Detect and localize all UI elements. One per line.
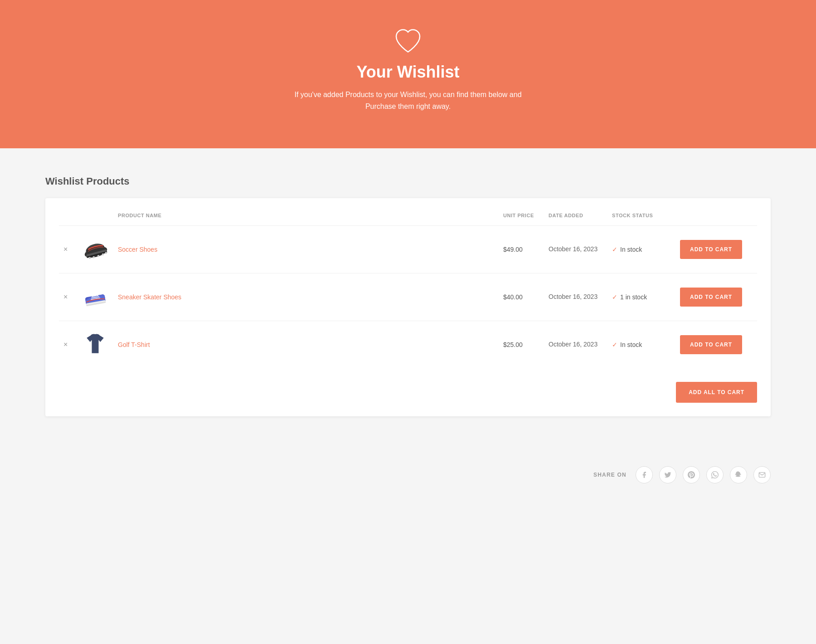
stock-check-icon-0: ✓ [612, 246, 617, 253]
product-name-link-1[interactable]: Sneaker Skater Shoes [118, 293, 181, 301]
product-name-link-2[interactable]: Golf T-Shirt [118, 341, 150, 348]
product-date-1: October 16, 2023 [549, 293, 597, 300]
table-row: × Golf T-Shirt $25.00 October 16, 2023 [59, 321, 757, 369]
stock-cell-1: ✓ 1 in stock [607, 273, 675, 321]
date-cell-0: October 16, 2023 [544, 226, 607, 273]
facebook-share-button[interactable] [636, 466, 653, 483]
remove-item-button-2[interactable]: × [63, 341, 68, 348]
whatsapp-share-button[interactable] [706, 466, 724, 483]
product-date-0: October 16, 2023 [549, 245, 597, 253]
twitter-share-button[interactable] [659, 466, 676, 483]
col-header-name: PRODUCT NAME [113, 207, 499, 226]
add-all-to-cart-button[interactable]: ADD ALL TO CART [676, 382, 757, 403]
product-price-1: $40.00 [503, 293, 523, 301]
stock-cell-0: ✓ In stock [607, 226, 675, 273]
email-icon [758, 471, 766, 478]
share-label: SHARE ON [593, 472, 627, 478]
col-header-price: UNIT PRICE [499, 207, 544, 226]
image-cell-2 [77, 321, 113, 369]
section-title: Wishlist Products [45, 176, 771, 187]
remove-cell-1: × [59, 273, 77, 321]
wishlist-table: PRODUCT NAME UNIT PRICE DATE ADDED STOCK… [59, 207, 757, 368]
product-image-2 [82, 331, 109, 358]
add-to-cart-button-2[interactable]: ADD TO CART [680, 335, 742, 354]
share-section: SHARE ON [0, 453, 816, 493]
heart-icon [394, 27, 422, 54]
action-cell-0: ADD TO CART [675, 226, 757, 273]
product-date-2: October 16, 2023 [549, 341, 597, 348]
page-title: Your Wishlist [356, 63, 459, 82]
main-content: Wishlist Products PRODUCT NAME UNIT PRIC… [0, 148, 816, 453]
hero-banner: Your Wishlist If you've added Products t… [0, 0, 816, 148]
col-header-stock: STOCK STATUS [607, 207, 675, 226]
col-header-image [77, 207, 113, 226]
action-cell-1: ADD TO CART [675, 273, 757, 321]
date-cell-2: October 16, 2023 [544, 321, 607, 369]
hero-subtitle: If you've added Products to your Wishlis… [290, 89, 526, 112]
remove-cell-2: × [59, 321, 77, 369]
col-header-action [675, 207, 757, 226]
name-cell-1: Sneaker Skater Shoes [113, 273, 499, 321]
stock-status-0: In stock [620, 246, 642, 253]
price-cell-0: $49.00 [499, 226, 544, 273]
email-share-button[interactable] [753, 466, 771, 483]
stock-cell-2: ✓ In stock [607, 321, 675, 369]
stock-check-icon-2: ✓ [612, 341, 617, 348]
product-image-1 [82, 283, 109, 311]
add-to-cart-button-0[interactable]: ADD TO CART [680, 240, 742, 259]
stock-status-1: 1 in stock [620, 293, 647, 301]
stock-check-icon-1: ✓ [612, 293, 617, 301]
remove-cell-0: × [59, 226, 77, 273]
image-cell-1 [77, 273, 113, 321]
product-image-0 [82, 236, 109, 263]
product-price-2: $25.00 [503, 341, 523, 348]
stock-status-2: In stock [620, 341, 642, 348]
name-cell-0: Soccer Shoes [113, 226, 499, 273]
snapchat-icon [735, 471, 742, 478]
snapchat-share-button[interactable] [730, 466, 747, 483]
action-cell-2: ADD TO CART [675, 321, 757, 369]
pinterest-share-button[interactable] [683, 466, 700, 483]
wishlist-table-container: PRODUCT NAME UNIT PRICE DATE ADDED STOCK… [45, 198, 771, 416]
name-cell-2: Golf T-Shirt [113, 321, 499, 369]
col-header-date: DATE ADDED [544, 207, 607, 226]
add-all-footer: ADD ALL TO CART [59, 373, 757, 403]
price-cell-2: $25.00 [499, 321, 544, 369]
table-row: × [59, 273, 757, 321]
pinterest-icon [688, 471, 695, 478]
image-cell-0 [77, 226, 113, 273]
price-cell-1: $40.00 [499, 273, 544, 321]
table-row: × [59, 226, 757, 273]
date-cell-1: October 16, 2023 [544, 273, 607, 321]
whatsapp-icon [711, 471, 719, 478]
remove-item-button-1[interactable]: × [63, 293, 68, 301]
product-name-link-0[interactable]: Soccer Shoes [118, 246, 157, 253]
col-header-remove [59, 207, 77, 226]
add-to-cart-button-1[interactable]: ADD TO CART [680, 288, 742, 307]
facebook-icon [641, 471, 648, 478]
remove-item-button-0[interactable]: × [63, 246, 68, 253]
product-price-0: $49.00 [503, 246, 523, 253]
twitter-icon [664, 471, 671, 478]
